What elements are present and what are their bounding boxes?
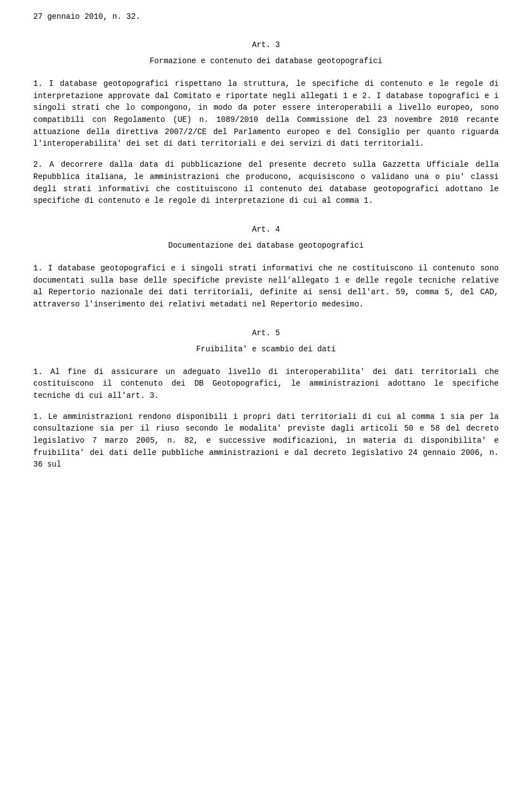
art5-subtitle: Fruibilita' e scambio dei dati <box>33 344 499 355</box>
art3-para2: 2. A decorrere dalla data di pubblicazio… <box>33 159 499 207</box>
art4-subtitle: Documentazione dei database geotopografi… <box>33 240 499 252</box>
art4-para1: 1. I database geotopografici e i singoli… <box>33 263 499 311</box>
art3-title: Art. 3 <box>33 39 499 51</box>
art5-title: Art. 5 <box>33 327 499 339</box>
art5-para2: 1. Le amministrazioni rendono disponibil… <box>33 411 499 471</box>
header-text: 27 gennaio 2010, n. 32. <box>33 11 499 23</box>
art5-para1: 1. Al fine di assicurare un adeguato liv… <box>33 366 499 402</box>
art4-title: Art. 4 <box>33 224 499 235</box>
art3-subtitle: Formazione e contenuto dei database geot… <box>33 55 499 67</box>
art5-section: Art. 5 Fruibilita' e scambio dei dati 1.… <box>33 327 499 472</box>
header-line: 27 gennaio 2010, n. 32. <box>33 11 499 23</box>
art3-para1: 1. I database geotopografici rispettano … <box>33 78 499 150</box>
art3-section: Art. 3 Formazione e contenuto dei databa… <box>33 39 499 207</box>
art4-section: Art. 4 Documentazione dei database geoto… <box>33 224 499 311</box>
